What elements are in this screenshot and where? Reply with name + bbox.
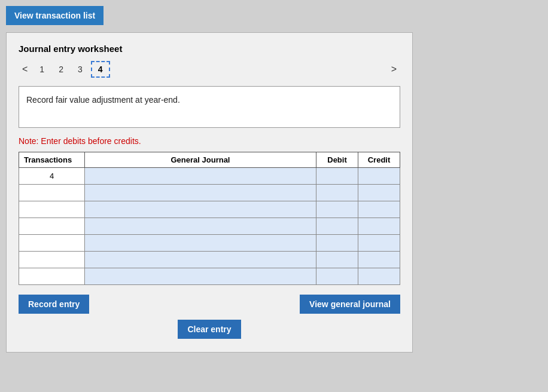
general-journal-cell[interactable] xyxy=(85,185,316,201)
debit-input[interactable] xyxy=(316,185,358,201)
record-entry-button[interactable]: Record entry xyxy=(19,295,89,314)
debit-cell[interactable] xyxy=(316,185,358,201)
credit-cell[interactable] xyxy=(358,218,400,235)
general-journal-input[interactable] xyxy=(85,185,316,201)
chevron-right-icon[interactable]: > xyxy=(388,64,400,75)
col-header-debit: Debit xyxy=(316,152,358,168)
tab-2[interactable]: 2 xyxy=(53,62,69,76)
journal-table: Transactions General Journal Debit Credi… xyxy=(19,152,400,285)
view-general-journal-button[interactable]: View general journal xyxy=(300,295,400,314)
transaction-cell xyxy=(19,185,85,201)
debit-cell[interactable] xyxy=(316,252,358,268)
transaction-cell xyxy=(19,218,85,235)
table-row: 4 xyxy=(19,168,400,185)
credit-input[interactable] xyxy=(358,218,400,234)
table-row xyxy=(19,185,400,201)
table-row xyxy=(19,218,400,235)
credit-input[interactable] xyxy=(358,201,400,218)
debit-input[interactable] xyxy=(316,268,358,284)
worksheet-title: Journal entry worksheet xyxy=(19,44,400,54)
col-header-general-journal: General Journal xyxy=(85,152,316,168)
transaction-cell: 4 xyxy=(19,168,85,185)
general-journal-cell[interactable] xyxy=(85,252,316,268)
general-journal-input[interactable] xyxy=(85,168,316,184)
credit-cell[interactable] xyxy=(358,201,400,218)
credit-input[interactable] xyxy=(358,185,400,201)
general-journal-input[interactable] xyxy=(85,252,316,268)
tab-1[interactable]: 1 xyxy=(34,62,50,76)
transaction-cell xyxy=(19,268,85,285)
credit-cell[interactable] xyxy=(358,252,400,268)
debit-cell[interactable] xyxy=(316,201,358,218)
credit-cell[interactable] xyxy=(358,235,400,252)
clear-entry-button[interactable]: Clear entry xyxy=(178,320,240,339)
tab-navigation: < 1 2 3 4 > xyxy=(19,61,400,78)
debit-cell[interactable] xyxy=(316,218,358,235)
credit-input[interactable] xyxy=(358,168,400,184)
table-row xyxy=(19,268,400,285)
general-journal-cell[interactable] xyxy=(85,168,316,185)
credit-cell[interactable] xyxy=(358,185,400,201)
table-row xyxy=(19,252,400,268)
general-journal-input[interactable] xyxy=(85,235,316,251)
credit-cell[interactable] xyxy=(358,168,400,185)
debit-input[interactable] xyxy=(316,235,358,251)
table-row xyxy=(19,201,400,218)
general-journal-cell[interactable] xyxy=(85,201,316,218)
general-journal-input[interactable] xyxy=(85,201,316,218)
chevron-left-icon[interactable]: < xyxy=(19,64,31,75)
worksheet-container: Journal entry worksheet < 1 2 3 4 > Reco… xyxy=(6,32,413,353)
general-journal-input[interactable] xyxy=(85,218,316,234)
tab-4[interactable]: 4 xyxy=(91,61,110,78)
credit-input[interactable] xyxy=(358,268,400,284)
debit-cell[interactable] xyxy=(316,268,358,285)
debit-input[interactable] xyxy=(316,252,358,268)
general-journal-cell[interactable] xyxy=(85,218,316,235)
button-row-1: Record entry View general journal xyxy=(19,295,400,314)
view-transaction-list-button[interactable]: View transaction list xyxy=(6,6,103,25)
credit-input[interactable] xyxy=(358,235,400,251)
credit-cell[interactable] xyxy=(358,268,400,285)
table-row xyxy=(19,235,400,252)
general-journal-cell[interactable] xyxy=(85,235,316,252)
general-journal-cell[interactable] xyxy=(85,268,316,285)
credit-input[interactable] xyxy=(358,252,400,268)
tab-3[interactable]: 3 xyxy=(72,62,89,76)
col-header-credit: Credit xyxy=(358,152,400,168)
debit-cell[interactable] xyxy=(316,235,358,252)
note-text: Note: Enter debits before credits. xyxy=(19,136,400,146)
debit-input[interactable] xyxy=(316,168,358,184)
transaction-cell xyxy=(19,235,85,252)
transaction-cell xyxy=(19,252,85,268)
instruction-text: Record fair value adjustment at year-end… xyxy=(19,86,400,128)
debit-cell[interactable] xyxy=(316,168,358,185)
col-header-transactions: Transactions xyxy=(19,152,85,168)
transaction-cell xyxy=(19,201,85,218)
debit-input[interactable] xyxy=(316,201,358,218)
general-journal-input[interactable] xyxy=(85,268,316,284)
debit-input[interactable] xyxy=(316,218,358,234)
button-row-2: Clear entry xyxy=(19,320,400,339)
